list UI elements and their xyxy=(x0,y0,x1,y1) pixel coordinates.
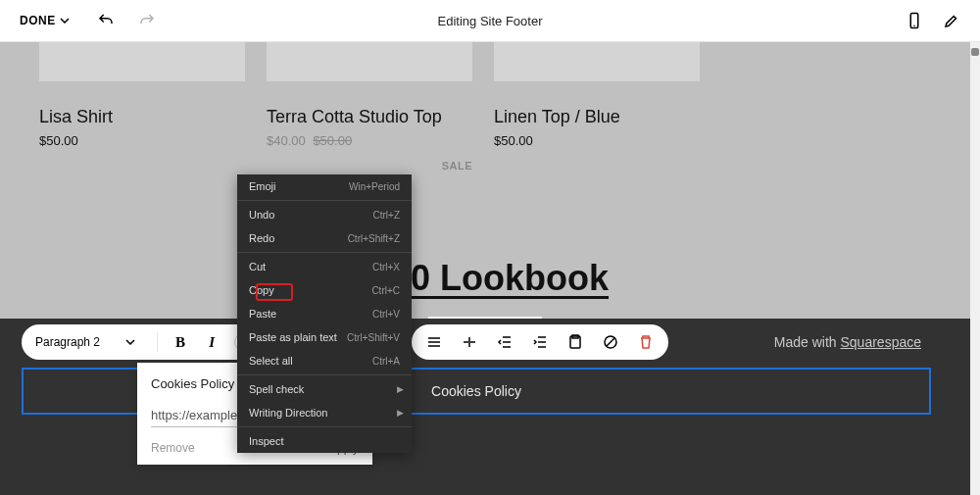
outdent-icon[interactable] xyxy=(496,333,514,351)
context-menu-shortcut: Ctrl+Shift+Z xyxy=(348,233,400,244)
product-row: Lisa Shirt $50.00 Terra Cotta Studio Top… xyxy=(0,42,970,172)
paragraph-style-label: Paragraph 2 xyxy=(35,335,100,349)
mobile-preview-icon[interactable] xyxy=(906,12,923,29)
context-menu-label: Spell check xyxy=(249,383,304,395)
indent-icon[interactable] xyxy=(531,333,549,351)
context-menu-item[interactable]: Paste as plain textCtrl+Shift+V xyxy=(237,325,412,349)
chevron-down-icon xyxy=(125,339,135,345)
context-menu-label: Copy xyxy=(249,284,274,296)
context-menu-shortcut: Ctrl+C xyxy=(371,285,400,296)
toolbar-divider xyxy=(157,332,158,352)
context-menu-label: Paste xyxy=(249,308,276,320)
trash-icon[interactable] xyxy=(637,333,655,351)
done-label: DONE xyxy=(20,14,56,27)
squarespace-link[interactable]: Squarespace xyxy=(840,334,921,350)
context-menu-separator xyxy=(237,252,412,253)
context-menu-item[interactable]: RedoCtrl+Shift+Z xyxy=(237,226,412,250)
product-card[interactable]: Terra Cotta Studio Top $40.00 $50.00 SAL… xyxy=(267,42,472,172)
chevron-down-icon xyxy=(60,18,70,24)
context-menu-shortcut: Ctrl+Z xyxy=(373,210,401,221)
context-menu-label: Undo xyxy=(249,209,274,221)
product-price: $50.00 xyxy=(39,133,245,148)
product-name: Lisa Shirt xyxy=(39,107,245,127)
svg-point-1 xyxy=(913,25,915,27)
link-remove-button[interactable]: Remove xyxy=(151,441,195,455)
product-name: Linen Top / Blue xyxy=(494,107,700,127)
made-with: Made with Squarespace xyxy=(774,334,921,350)
text-toolbar: Paragraph 2 B I xyxy=(22,324,266,360)
context-menu-item[interactable]: PasteCtrl+V xyxy=(237,302,412,325)
page-title: Editing Site Footer xyxy=(438,14,543,28)
paragraph-style-select[interactable]: Paragraph 2 xyxy=(35,335,143,349)
context-menu-label: Emoji xyxy=(249,180,276,192)
price-new: $40.00 xyxy=(267,133,306,148)
context-menu-item[interactable]: EmojiWin+Period xyxy=(237,174,412,198)
context-menu-shortcut: Win+Period xyxy=(349,181,400,192)
chevron-right-icon: ▶ xyxy=(397,384,404,394)
block-icon[interactable] xyxy=(602,333,619,351)
context-menu-item[interactable]: Spell check▶ xyxy=(237,377,412,401)
context-menu-label: Writing Direction xyxy=(249,407,328,419)
product-price: $40.00 $50.00 xyxy=(267,133,472,148)
madewith-prefix: Made with xyxy=(774,334,841,350)
context-menu: EmojiWin+PeriodUndoCtrl+ZRedoCtrl+Shift+… xyxy=(237,174,412,453)
context-menu-label: Inspect xyxy=(249,435,283,447)
price-old: $50.00 xyxy=(313,133,352,148)
lookbook-heading: – 20 Lookbook xyxy=(0,258,970,299)
product-image xyxy=(39,42,245,81)
done-button[interactable]: DONE xyxy=(20,14,70,27)
context-menu-shortcut: Ctrl+V xyxy=(372,309,400,320)
context-menu-item[interactable]: UndoCtrl+Z xyxy=(237,203,412,226)
scrollbar-thumb[interactable] xyxy=(971,48,979,56)
context-menu-separator xyxy=(237,426,412,427)
history-controls xyxy=(97,12,156,29)
context-menu-item[interactable]: CopyCtrl+C xyxy=(237,278,412,302)
redo-icon[interactable] xyxy=(138,12,156,29)
text-toolbar-right xyxy=(412,324,668,360)
footer-link-text: Cookies Policy xyxy=(431,383,521,399)
product-image xyxy=(267,42,472,81)
context-menu-separator xyxy=(237,374,412,375)
context-menu-separator xyxy=(237,200,412,201)
chevron-right-icon: ▶ xyxy=(397,408,404,418)
context-menu-label: Paste as plain text xyxy=(249,331,337,343)
undo-icon[interactable] xyxy=(97,12,115,29)
context-menu-shortcut: Ctrl+A xyxy=(372,356,400,367)
clipboard-icon[interactable] xyxy=(566,333,584,351)
product-card[interactable]: Linen Top / Blue $50.00 xyxy=(494,42,700,172)
scrollbar[interactable] xyxy=(970,42,980,495)
list-icon[interactable] xyxy=(425,333,443,351)
topbar-right xyxy=(906,12,960,29)
product-name: Terra Cotta Studio Top xyxy=(267,107,472,127)
context-menu-item[interactable]: CutCtrl+X xyxy=(237,255,412,278)
context-menu-label: Select all xyxy=(249,355,293,367)
bold-button[interactable]: B xyxy=(172,333,189,351)
context-menu-shortcut: Ctrl+X xyxy=(372,262,400,272)
context-menu-item[interactable]: Writing Direction▶ xyxy=(237,401,412,424)
context-menu-shortcut: Ctrl+Shift+V xyxy=(347,332,400,343)
context-menu-item[interactable]: Inspect xyxy=(237,429,412,453)
italic-button[interactable]: I xyxy=(203,333,220,351)
strikethrough-icon[interactable] xyxy=(461,333,478,351)
sale-badge: SALE xyxy=(267,160,472,172)
product-image xyxy=(494,42,700,81)
product-price: $50.00 xyxy=(494,133,700,148)
context-menu-label: Cut xyxy=(249,261,266,272)
context-menu-item[interactable]: Select allCtrl+A xyxy=(237,349,412,372)
context-menu-label: Redo xyxy=(249,232,274,244)
topbar: DONE Editing Site Footer xyxy=(0,0,980,42)
product-card[interactable]: Lisa Shirt $50.00 xyxy=(39,42,245,172)
brush-icon[interactable] xyxy=(943,12,960,29)
